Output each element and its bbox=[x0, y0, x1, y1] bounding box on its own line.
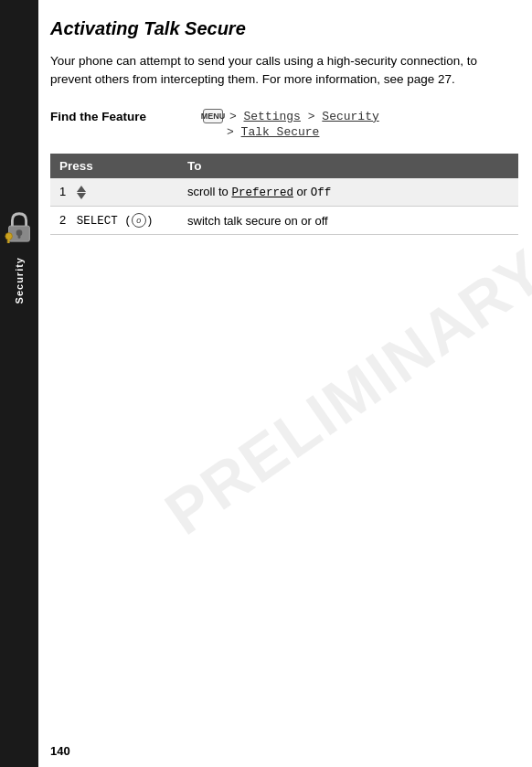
table-header-row: Press To bbox=[50, 154, 518, 178]
page-container: PRELIMINARY Security bbox=[0, 0, 532, 767]
body-text: Your phone can attempt to send your call… bbox=[50, 52, 518, 90]
to-text-2: switch talk secure on or off bbox=[187, 214, 328, 228]
table-row: 1 scroll to Preferred or Off bbox=[50, 178, 518, 207]
press-cell-2: 2 SELECT (o) bbox=[50, 206, 178, 235]
page-number: 140 bbox=[50, 744, 70, 758]
sidebar-label-container: Security bbox=[14, 257, 25, 304]
scroll-up-arrow bbox=[77, 186, 86, 192]
scroll-down-arrow bbox=[77, 193, 86, 199]
find-feature-label: Find the Feature bbox=[50, 108, 192, 123]
sidebar-label: Security bbox=[14, 257, 25, 304]
header-to: To bbox=[178, 154, 518, 178]
page-title: Activating Talk Secure bbox=[50, 18, 518, 39]
select-label: SELECT ( bbox=[77, 215, 132, 228]
table-row: 2 SELECT (o) switch talk secure on or of… bbox=[50, 206, 518, 235]
lock-icon bbox=[5, 210, 34, 246]
step-2-number: 2 bbox=[59, 213, 66, 227]
to-cell-2: switch talk secure on or off bbox=[178, 206, 518, 235]
to-text-1: scroll to Preferred or Off bbox=[187, 185, 331, 198]
table-header: Press To bbox=[50, 154, 518, 178]
menu-icon: MENU bbox=[203, 109, 223, 123]
find-feature-row: Find the Feature MENU > Settings > Secur… bbox=[50, 108, 518, 139]
scroll-icon bbox=[77, 186, 86, 199]
step-1-number: 1 bbox=[59, 185, 66, 198]
select-button-icon: o bbox=[132, 213, 146, 228]
path-talk-secure: > Talk Secure bbox=[227, 125, 319, 139]
table-body: 1 scroll to Preferred or Off 2 SELECT bbox=[50, 178, 518, 235]
sidebar: Security bbox=[0, 0, 38, 767]
instruction-table: Press To 1 scroll to Preferred or Of bbox=[50, 154, 518, 236]
path-settings: > Settings > Security bbox=[229, 110, 379, 123]
to-cell-1: scroll to Preferred or Off bbox=[178, 178, 518, 207]
header-press: Press bbox=[50, 154, 178, 178]
svg-rect-2 bbox=[18, 234, 21, 239]
main-content: Activating Talk Secure Your phone can at… bbox=[50, 18, 518, 749]
press-cell-1: 1 bbox=[50, 178, 178, 207]
find-feature-path: MENU > Settings > Security > Talk Secure bbox=[203, 108, 379, 139]
select-close-paren: ) bbox=[146, 215, 154, 228]
